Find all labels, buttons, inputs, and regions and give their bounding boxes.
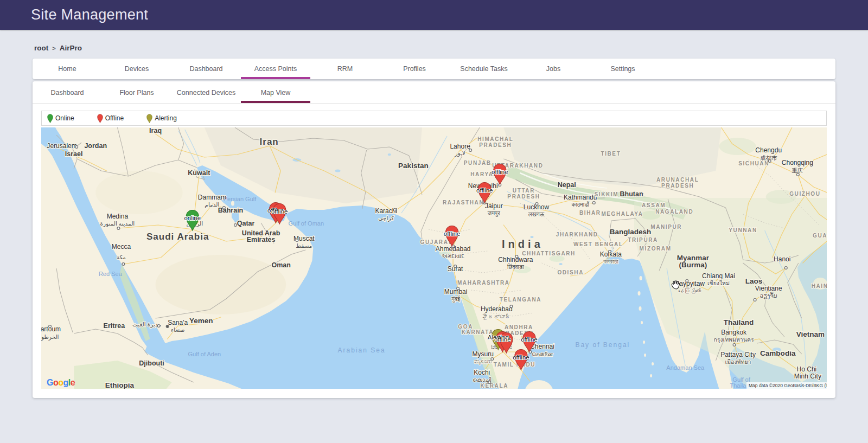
sub-tab-floor-plans[interactable]: Floor Plans [102,82,171,103]
city-dot [592,202,595,204]
city-dot [234,224,237,227]
app-header: Site Management [0,0,868,30]
city-dot [488,381,491,384]
main-tab-devices[interactable]: Devices [102,59,171,79]
breadcrumb-item-airpro[interactable]: AirPro [60,44,82,52]
main-tab-dashboard[interactable]: Dashboard [171,59,241,79]
city-dot [733,344,736,346]
page-title: Site Management [31,7,148,23]
city-dot [157,325,160,328]
google-logo-letter: o [58,378,63,387]
city-dot [223,207,226,209]
legend-item-offline: Offline [97,114,124,123]
city-dot [754,299,756,301]
main-tab-profiles[interactable]: Profiles [380,59,449,79]
breadcrumb: root>AirPro [34,44,835,52]
main-tab-home[interactable]: Home [33,59,102,79]
online-pin-icon [47,114,53,123]
legend-label-alerting: Alerting [155,114,177,122]
alerting-pin-icon [146,114,152,123]
main-tab-settings[interactable]: Settings [588,59,658,79]
content-card: DashboardFloor PlansConnected DevicesMap… [33,81,835,398]
city-dot [296,239,298,242]
main-tab-rrm[interactable]: RRM [310,59,380,79]
city-dot [796,174,799,176]
sub-tab-bar: DashboardFloor PlansConnected DevicesMap… [33,81,835,104]
city-dot [686,280,688,283]
city-dot [117,227,120,230]
map-attribution: Map data ©2020 GeoBasis-DE/BKG (©2009), … [746,382,827,389]
city-dot [457,287,459,290]
city-dot [166,325,169,328]
main-tab-jobs[interactable]: Jobs [519,59,588,79]
page-body: root>AirPro HomeDevicesDashboardAccess P… [0,44,868,398]
google-logo-letter: o [53,378,58,387]
legend-item-online: Online [47,114,74,123]
main-tab-bar: HomeDevicesDashboardAccess PointsRRMProf… [33,59,835,79]
breadcrumb-item-root[interactable]: root [34,44,48,52]
city-dot [122,263,125,266]
sub-tab-dashboard[interactable]: Dashboard [33,82,102,103]
map-legend: OnlineOfflineAlerting [41,111,827,126]
legend-label-offline: Offline [105,114,124,122]
google-logo-letter: e [71,378,75,387]
city-dot [510,305,513,308]
google-logo-letter: G [47,378,53,387]
offline-pin-icon [97,114,103,123]
city-dot [393,209,396,211]
sub-tab-map-view[interactable]: Map View [241,82,310,103]
breadcrumb-separator: > [52,45,55,52]
google-logo: Google [47,378,75,388]
city-dot [469,149,472,152]
google-logo-letter: g [63,378,68,387]
city-dot [454,265,457,268]
sub-tab-connected-devices[interactable]: Connected Devices [171,82,241,103]
main-tab-access-points[interactable]: Access Points [241,59,310,79]
city-dot [75,146,78,149]
city-dot [491,358,494,361]
map-svg[interactable]: JerusalemIsraelJordanIraqIranKuwaitDamma… [41,127,827,389]
city-dot [535,203,538,206]
map-canvas[interactable]: JerusalemIsraelJordanIraqIranKuwaitDamma… [41,127,827,389]
legend-label-online: Online [55,114,74,122]
city-dot [515,255,518,258]
city-dot [608,251,611,253]
city-dot [49,325,52,328]
city-dot [784,267,787,269]
city-dot [768,160,771,163]
legend-item-alerting: Alerting [146,114,177,123]
main-tab-schedule-tasks[interactable]: Schedule Tasks [449,59,519,79]
